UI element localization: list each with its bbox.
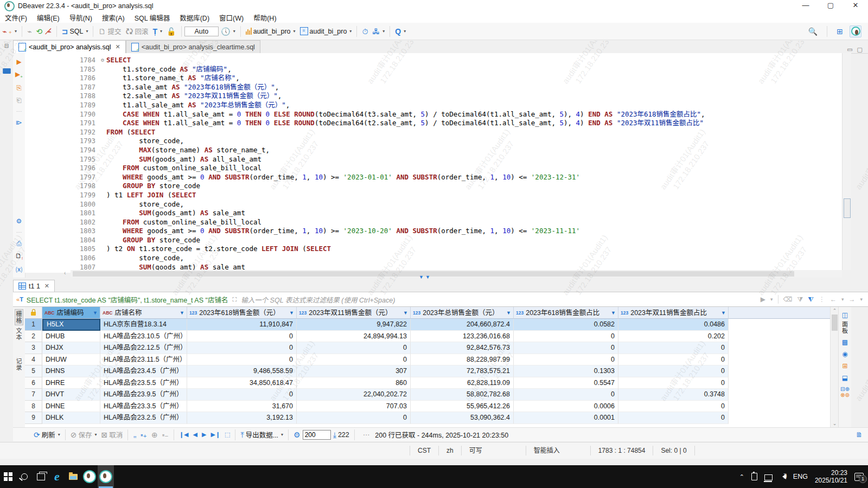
row-number-cell[interactable]: 2 xyxy=(25,331,42,343)
grid-cell[interactable]: 707.03 xyxy=(297,401,411,413)
menu-item[interactable]: 搜索(A) xyxy=(97,12,130,23)
transaction-log-icon[interactable]: T̩▾ xyxy=(150,27,164,36)
grid-cell[interactable]: DHUB xyxy=(42,331,100,343)
grid-cell[interactable]: 0 xyxy=(514,354,618,366)
grid-cell[interactable]: H5LX xyxy=(42,319,100,331)
nav-back-icon[interactable]: ← xyxy=(830,296,837,303)
grid-cell[interactable]: DHLK xyxy=(42,412,100,424)
schema-selector[interactable]: ≡audit_bi_pro▾ xyxy=(298,26,354,36)
tray-chevron-icon[interactable]: ⌃ xyxy=(739,473,744,480)
grid-cell[interactable]: HLA唯品会23.5.5（广州） xyxy=(100,377,187,389)
output-console-icon[interactable]: ⧐ xyxy=(16,119,22,126)
file-explorer-icon[interactable] xyxy=(65,465,81,488)
grid-cell[interactable]: DHNE xyxy=(42,401,100,413)
sash-collapse-icon[interactable]: ▼▼ xyxy=(419,274,432,280)
grid-cell[interactable]: 88,228,987.99 xyxy=(411,354,514,366)
refresh-button[interactable]: ⟳刷新▾ xyxy=(31,428,62,441)
dbeaver-taskbar-icon[interactable] xyxy=(81,465,98,488)
column-header[interactable]: 1232023年618销售金额占比▼ xyxy=(514,307,618,319)
grid-cell[interactable]: DHVT xyxy=(42,389,100,401)
grid-cell[interactable]: 307 xyxy=(297,365,411,377)
grid-settings-gear-icon[interactable]: ⚙ xyxy=(291,430,303,440)
sort-dropdown-icon[interactable]: ▼ xyxy=(403,307,408,319)
network-icon[interactable]: 🖧▾ xyxy=(370,27,387,36)
last-row-icon[interactable]: ▶❙ xyxy=(208,430,222,439)
menu-item[interactable]: 帮助(H) xyxy=(248,12,281,23)
grid-cell[interactable]: DHRE xyxy=(42,377,100,389)
save-button[interactable]: ⊘保存▾ xyxy=(68,428,99,441)
grid-cell[interactable]: 55,965,412.26 xyxy=(411,401,514,413)
filter-history-icon[interactable]: ▾ xyxy=(770,297,773,302)
menu-item[interactable]: 导航(N) xyxy=(65,12,97,23)
start-button[interactable] xyxy=(0,465,16,488)
error-file-icon[interactable]: 🗋! xyxy=(15,252,23,260)
volume-tray-icon[interactable] xyxy=(780,474,786,479)
filter-input[interactable]: 输入一个 SQL 表达式来过滤结果 (使用 Ctrl+Space) xyxy=(241,294,761,305)
panel-toggle-icon[interactable]: ◫ xyxy=(839,311,851,319)
grid-cell[interactable]: HLA唯品会22.12.5（广州） xyxy=(100,342,187,354)
tx-mode-combo[interactable]: Auto xyxy=(184,27,219,36)
overflow-dots-icon[interactable]: ⋯ xyxy=(363,431,370,439)
database-selector[interactable]: audit_bi_pro▾ xyxy=(244,27,298,36)
grid-cell[interactable]: HLA唯品会23.2.5（广州） xyxy=(100,412,187,424)
maximize-button[interactable]: ▢ xyxy=(818,0,843,12)
grid-cell[interactable]: 0 xyxy=(618,401,729,413)
cancel-button[interactable]: ⊠取消 xyxy=(99,428,125,441)
row-number-cell[interactable]: 1 xyxy=(25,319,42,331)
lock-icon[interactable]: 🔓 xyxy=(164,27,178,36)
edit-cell-icon[interactable]: ⹂ xyxy=(131,430,138,440)
row-number-cell[interactable]: 8 xyxy=(25,401,42,413)
editor-settings-gear-icon[interactable]: ⚙ xyxy=(16,217,22,225)
editor-vscroll-thumb[interactable] xyxy=(844,198,851,218)
grid-cell[interactable]: 9,486,558.59 xyxy=(187,365,297,377)
export-data-button[interactable]: ⤒导出数据...▾ xyxy=(238,428,285,441)
grid-cell[interactable]: 0.3748 xyxy=(618,389,729,401)
notification-center-icon[interactable]: 1 xyxy=(854,473,864,481)
vscroll-down-arrow-icon[interactable]: ⌄ xyxy=(831,421,839,426)
column-header[interactable]: 1232023年总销售金额（元）▼ xyxy=(411,307,514,319)
grid-cell[interactable]: 11,910,847 xyxy=(187,319,297,331)
grid-cell[interactable]: 9,947,822 xyxy=(297,319,411,331)
search-db-icon[interactable]: Q▾ xyxy=(393,27,408,36)
grid-cell[interactable]: 0 xyxy=(187,331,297,343)
grid-cell[interactable]: 0 xyxy=(297,354,411,366)
grid-cell[interactable]: 31,670 xyxy=(187,401,297,413)
new-connection-button[interactable]: ⌁₊▾ xyxy=(0,26,19,36)
close-button[interactable]: ✕ xyxy=(843,0,868,12)
grid-cell[interactable]: 0.0486 xyxy=(618,319,729,331)
layout-panel-icon[interactable]: ⬓ xyxy=(839,374,851,382)
open-perspective-icon[interactable]: ⊞ xyxy=(837,28,843,35)
grid-cell[interactable]: 0 xyxy=(618,354,729,366)
grid-cell[interactable]: HLA唯品会23.4.5（广州） xyxy=(100,365,187,377)
goto-row-icon[interactable]: ⬚ xyxy=(222,430,232,439)
custom-filter-icon[interactable]: ⧨ xyxy=(808,296,814,303)
export-result-icon[interactable]: ⎙ xyxy=(16,240,22,247)
side-tab-text[interactable]: 文本 xyxy=(15,328,23,341)
internet-explorer-icon[interactable]: e xyxy=(49,465,65,488)
grid-cell[interactable]: 0 xyxy=(514,389,618,401)
database-navigator-icon[interactable] xyxy=(0,63,13,73)
grid-cell[interactable]: 0 xyxy=(618,365,729,377)
side-tab-record[interactable]: 记录 xyxy=(15,358,23,371)
grid-cell[interactable]: 0.202 xyxy=(618,331,729,343)
grid-cell[interactable]: 0 xyxy=(514,342,618,354)
grid-cell[interactable]: 0.0001 xyxy=(514,412,618,424)
apply-filter-icon[interactable]: ▶ xyxy=(761,296,765,303)
editor-tab-close-icon[interactable]: ✕ xyxy=(116,43,120,50)
grid-cell[interactable]: 62,828,119.09 xyxy=(411,377,514,389)
grid-cell[interactable]: 0 xyxy=(618,412,729,424)
prev-row-icon[interactable]: ◀ xyxy=(190,430,199,439)
sort-dropdown-icon[interactable]: ▼ xyxy=(289,307,294,319)
grid-cell[interactable]: 58,802,782.68 xyxy=(411,389,514,401)
grid-cell[interactable]: 0 xyxy=(514,331,618,343)
grid-cell[interactable]: 22,040,202.72 xyxy=(297,389,411,401)
sql-code-editor[interactable]: 1784⊖SELECT1785 t1.store_code AS "店铺编码",… xyxy=(25,53,842,273)
sort-dropdown-icon[interactable]: ▼ xyxy=(611,307,616,319)
grid-cell[interactable]: 0 xyxy=(618,377,729,389)
grid-cell[interactable]: 0 xyxy=(297,342,411,354)
editor-tab[interactable]: <audit_bi_pro> analysis.sql✕ xyxy=(13,40,126,53)
hscroll-left-arrow-icon[interactable]: ‹ xyxy=(64,270,66,276)
menu-item[interactable]: 编辑(E) xyxy=(32,12,65,23)
vscroll-up-arrow-icon[interactable]: ⌃ xyxy=(831,308,839,313)
editor-vertical-scrollbar[interactable] xyxy=(842,53,851,270)
